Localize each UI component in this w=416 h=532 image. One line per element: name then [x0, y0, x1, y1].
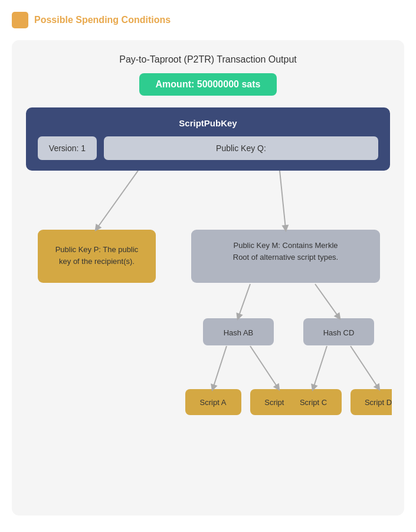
pubkey-q-field: Public Key Q:	[104, 136, 378, 160]
svg-text:key of the recipient(s).: key of the recipient(s).	[59, 257, 135, 266]
tx-output-title: Pay-to-Taproot (P2TR) Transaction Output	[119, 54, 297, 65]
header-icon	[12, 12, 28, 28]
scriptpubkey-fields: Version: 1 Public Key Q:	[38, 136, 378, 160]
svg-text:Root of alternative script typ: Root of alternative script types.	[233, 253, 338, 262]
pubkey-p-box	[38, 230, 156, 283]
arrow-q-to-p	[97, 171, 138, 229]
header-title: Possible Spending Conditions	[34, 15, 171, 25]
scriptpubkey-box: ScriptPubKey Version: 1 Public Key Q:	[26, 107, 390, 171]
arrow-m-to-ab	[238, 284, 250, 317]
svg-text:Public Key M: Contains Merkle: Public Key M: Contains Merkle	[233, 241, 338, 250]
amount-badge: Amount: 50000000 sats	[139, 73, 277, 96]
arrow-ab-to-b	[250, 346, 278, 388]
pubkey-p-label: Public Key P: The public	[55, 245, 139, 254]
arrow-cd-to-d	[351, 346, 378, 388]
main-container: Pay-to-Taproot (P2TR) Transaction Output…	[12, 40, 404, 515]
scriptpubkey-title: ScriptPubKey	[179, 118, 237, 128]
page-header: Possible Spending Conditions	[12, 12, 404, 28]
arrow-ab-to-a	[213, 346, 227, 388]
version-field: Version: 1	[38, 136, 97, 160]
diagram-svg: Public Key P: The public key of the reci…	[26, 171, 392, 501]
hash-cd-label: Hash CD	[323, 328, 355, 337]
arrow-cd-to-c	[313, 346, 327, 388]
diagram: Public Key P: The public key of the reci…	[26, 171, 390, 501]
script-d-label: Script D	[365, 398, 392, 407]
script-a-label: Script A	[200, 398, 227, 407]
arrow-m-to-cd	[315, 284, 339, 317]
arrow-q-to-m	[280, 171, 286, 229]
hash-ab-label: Hash AB	[224, 328, 254, 337]
script-c-label: Script C	[300, 398, 327, 407]
